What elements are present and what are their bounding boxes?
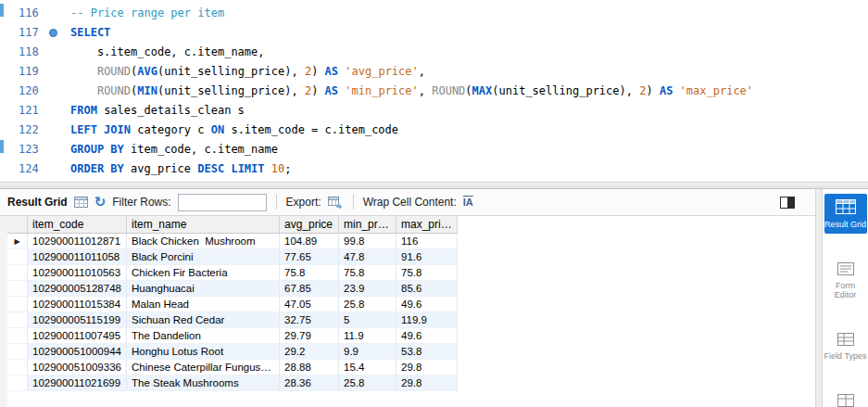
code-line[interactable]: 122LEFT JOIN category c ON s.item_code =…: [0, 121, 868, 140]
sidebar-item-result-grid[interactable]: Result Grid: [824, 194, 867, 234]
sidebar-toggle-icon[interactable]: [780, 197, 795, 209]
table-cell[interactable]: 75.8: [339, 265, 396, 281]
code-token: ;: [284, 162, 291, 175]
table-cell[interactable]: 29.8: [396, 375, 458, 391]
table-cell[interactable]: The Steak Mushrooms: [127, 375, 280, 391]
table-cell[interactable]: 29.2: [280, 344, 339, 360]
code-line[interactable]: 119 ROUND(AVG(unit_selling_price), 2) AS…: [0, 62, 868, 82]
filter-rows-input[interactable]: [178, 194, 267, 211]
table-cell[interactable]: Chicken Fir Bacteria: [127, 265, 280, 281]
table-cell[interactable]: 15.4: [339, 360, 396, 375]
column-header[interactable]: min_price: [339, 216, 396, 234]
table-cell[interactable]: 5: [339, 312, 396, 328]
grid-view-icon[interactable]: [74, 197, 88, 208]
table-cell[interactable]: 119.9: [396, 312, 458, 328]
table-row[interactable]: 102900011011058Black Porcini77.6547.891.…: [7, 249, 815, 265]
sidebar-item-form-editor[interactable]: Form Editor: [824, 257, 867, 304]
code-line[interactable]: 120 ROUND(MIN(unit_selling_price), 2) AS…: [0, 82, 868, 101]
table-row[interactable]: 102900011015384Malan Head47.0525.849.6: [7, 297, 815, 312]
row-selector[interactable]: [7, 312, 28, 328]
table-cell[interactable]: 28.36: [280, 375, 339, 391]
table-cell[interactable]: 67.85: [280, 281, 339, 297]
table-cell[interactable]: 29.8: [396, 360, 458, 375]
table-cell[interactable]: 102900005128748: [28, 281, 127, 297]
table-cell[interactable]: 32.75: [280, 312, 339, 328]
table-cell[interactable]: 75.8: [280, 265, 339, 281]
table-row[interactable]: 102900051000944Honghu Lotus Root29.29.95…: [7, 344, 815, 360]
row-selector[interactable]: [7, 375, 28, 391]
sql-editor[interactable]: 116-- Price range per item117SELECT118 s…: [0, 0, 868, 182]
row-selector[interactable]: [7, 297, 28, 312]
table-cell[interactable]: 91.6: [396, 249, 458, 265]
code-line[interactable]: 123GROUP BY item_code, c.item_name: [0, 140, 868, 159]
column-header[interactable]: max_price: [396, 216, 458, 234]
table-cell[interactable]: Malan Head: [127, 297, 280, 312]
table-cell[interactable]: 102900011015384: [28, 297, 127, 312]
horizontal-splitter[interactable]: [0, 182, 868, 189]
table-cell[interactable]: 75.8: [396, 265, 458, 281]
sidebar-item-field-types[interactable]: Field Types: [824, 327, 867, 365]
column-header[interactable]: item_name: [127, 216, 280, 234]
table-cell[interactable]: 49.6: [396, 297, 458, 312]
table-cell[interactable]: 28.88: [280, 360, 339, 375]
table-row[interactable]: 102900051009336Chinese Caterpillar Fungu…: [7, 360, 815, 375]
table-cell[interactable]: 104.89: [280, 234, 339, 249]
table-cell[interactable]: Chinese Caterpillar Fungus Flo...: [127, 360, 280, 375]
refresh-icon[interactable]: ↻: [94, 196, 107, 210]
column-header[interactable]: avg_price: [280, 216, 339, 234]
row-selector[interactable]: [7, 360, 28, 375]
table-cell[interactable]: 85.6: [396, 281, 458, 297]
table-cell[interactable]: 102900011007495: [28, 328, 127, 344]
row-selector[interactable]: ▶: [7, 234, 28, 249]
code-line[interactable]: 116-- Price range per item: [0, 4, 868, 23]
row-selector[interactable]: [7, 328, 28, 344]
code-line[interactable]: 118 s.item_code, c.item_name,: [0, 43, 868, 62]
code-line[interactable]: 121FROM sales_details_clean s: [0, 101, 868, 121]
code-token: ROUND: [97, 84, 131, 97]
table-row[interactable]: 102900011010563Chicken Fir Bacteria75.87…: [7, 265, 815, 281]
table-row[interactable]: 102900011007495The Dandelion29.7911.949.…: [7, 328, 815, 344]
table-row[interactable]: ▶102900011012871Black Chicken Mushroom10…: [7, 234, 815, 249]
table-cell[interactable]: 102900011021699: [28, 375, 127, 391]
table-cell[interactable]: 102900011011058: [28, 249, 127, 265]
table-cell[interactable]: 102900005115199: [28, 312, 127, 328]
table-cell[interactable]: Black Porcini: [127, 249, 280, 265]
table-cell[interactable]: 102900011012871: [28, 234, 127, 249]
row-selector[interactable]: [7, 281, 28, 297]
table-cell[interactable]: 11.9: [339, 328, 396, 344]
table-row[interactable]: 102900005128748Huanghuacai67.8523.985.6: [7, 281, 815, 297]
table-cell[interactable]: 29.79: [280, 328, 339, 344]
sidebar-item-partial[interactable]: [824, 388, 867, 407]
table-cell[interactable]: The Dandelion: [127, 328, 280, 344]
table-cell[interactable]: 77.65: [280, 249, 339, 265]
row-selector[interactable]: [7, 344, 28, 360]
table-cell[interactable]: 116: [396, 234, 458, 249]
table-cell[interactable]: 102900011010563: [28, 265, 127, 281]
table-cell[interactable]: 25.8: [339, 375, 396, 391]
table-cell[interactable]: 99.8: [339, 234, 396, 249]
table-cell[interactable]: 102900051009336: [28, 360, 127, 375]
wrap-cell-content-icon[interactable]: IA: [463, 197, 473, 208]
table-cell[interactable]: Sichuan Red Cedar: [127, 312, 280, 328]
table-cell[interactable]: 47.05: [280, 297, 339, 312]
table-row[interactable]: 102900011021699The Steak Mushrooms28.362…: [7, 375, 815, 391]
row-selector[interactable]: [7, 249, 28, 265]
table-cell[interactable]: 102900051000944: [28, 344, 127, 360]
table-cell[interactable]: 9.9: [339, 344, 396, 360]
table-cell[interactable]: Black Chicken Mushroom: [127, 234, 280, 249]
table-row[interactable]: 102900005115199Sichuan Red Cedar32.75511…: [7, 312, 815, 328]
code-line[interactable]: 124ORDER BY avg_price DESC LIMIT 10;: [0, 159, 868, 179]
column-header[interactable]: item_code: [28, 216, 127, 234]
code-token: s.item_code = c.item_code: [224, 123, 398, 136]
row-selector[interactable]: [7, 265, 28, 281]
table-cell[interactable]: 25.8: [339, 297, 396, 312]
table-cell[interactable]: 53.8: [396, 344, 458, 360]
table-cell[interactable]: 49.6: [396, 328, 458, 344]
table-cell[interactable]: Honghu Lotus Root: [127, 344, 280, 360]
export-icon[interactable]: [328, 197, 344, 209]
code-line[interactable]: 117SELECT: [0, 23, 868, 43]
table-cell[interactable]: 23.9: [339, 281, 396, 297]
vertical-splitter[interactable]: [815, 189, 823, 407]
table-cell[interactable]: Huanghuacai: [127, 281, 280, 297]
table-cell[interactable]: 47.8: [339, 249, 396, 265]
